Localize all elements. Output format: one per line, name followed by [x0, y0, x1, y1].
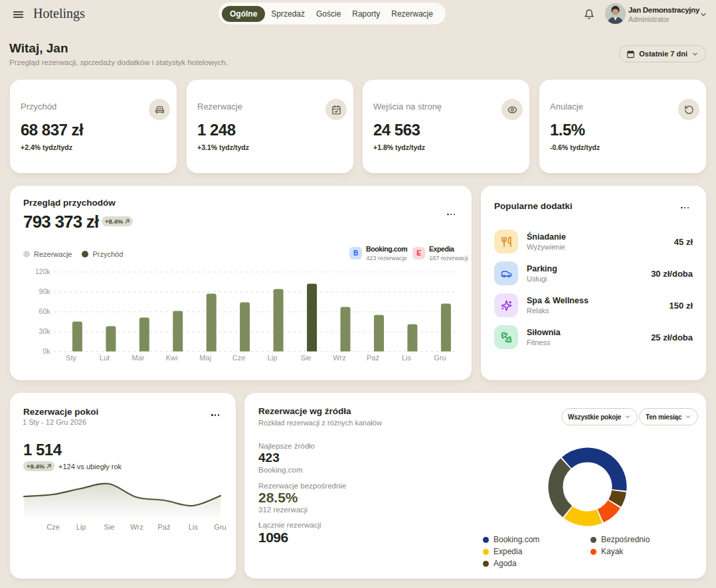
svg-text:30k: 30k	[39, 327, 51, 335]
svg-text:0k: 0k	[43, 347, 50, 355]
svg-text:120k: 120k	[35, 267, 51, 275]
svg-text:Mar: Mar	[132, 354, 145, 362]
svg-text:Paź: Paź	[367, 354, 379, 362]
svg-text:Maj: Maj	[199, 354, 211, 362]
svg-text:90k: 90k	[39, 287, 51, 295]
svg-text:Wrz: Wrz	[333, 354, 345, 362]
svg-text:Lut: Lut	[100, 354, 110, 362]
svg-text:60k: 60k	[39, 307, 51, 315]
svg-text:Sty: Sty	[66, 354, 76, 362]
svg-text:Kwi: Kwi	[166, 354, 178, 362]
svg-text:Sie: Sie	[301, 354, 312, 362]
svg-text:Lis: Lis	[402, 354, 412, 362]
svg-text:Gru: Gru	[434, 354, 446, 362]
svg-text:Cze: Cze	[232, 354, 246, 362]
svg-text:Lip: Lip	[268, 354, 278, 362]
